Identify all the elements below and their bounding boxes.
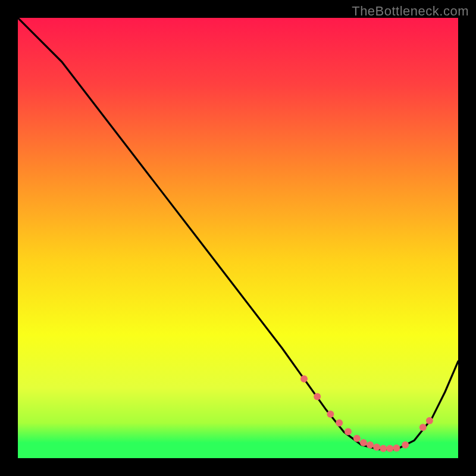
highlight-dot bbox=[300, 375, 308, 383]
highlight-dot bbox=[345, 428, 352, 436]
highlight-dot bbox=[402, 441, 409, 449]
chart-background bbox=[18, 18, 458, 458]
highlight-dot bbox=[419, 424, 427, 431]
highlight-dot bbox=[360, 439, 367, 446]
highlight-dot bbox=[367, 441, 374, 449]
highlight-dot bbox=[393, 444, 400, 452]
highlight-dot bbox=[336, 419, 343, 427]
highlight-dot bbox=[380, 445, 387, 452]
highlight-dot bbox=[314, 393, 321, 400]
watermark-text: TheBottleneck.com bbox=[352, 4, 469, 19]
highlight-dot bbox=[373, 444, 380, 451]
highlight-dot bbox=[386, 445, 393, 452]
highlight-dot bbox=[327, 411, 334, 418]
highlight-dot bbox=[426, 417, 433, 424]
highlight-dot bbox=[353, 435, 361, 442]
bottleneck-chart bbox=[18, 18, 458, 458]
chart-frame: TheBottleneck.com bbox=[0, 0, 476, 476]
